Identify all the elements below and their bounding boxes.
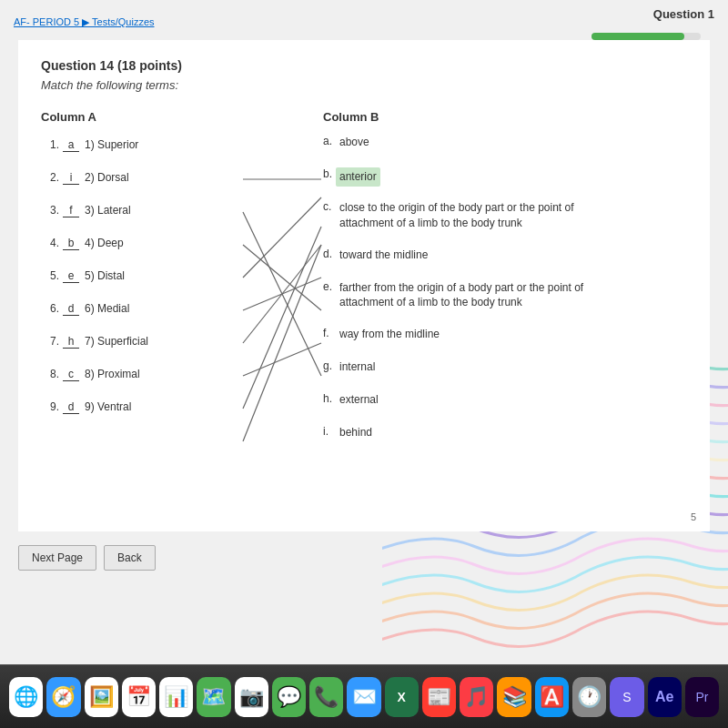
row-num: 7. [41, 335, 59, 348]
progress-bar [592, 33, 701, 40]
term-label: 4) Deep [85, 237, 124, 249]
col-b-item: h. external [323, 392, 687, 412]
photos2-icon[interactable]: 📷 [235, 677, 268, 717]
row-num: 4. [41, 237, 59, 249]
question-number: 14 [100, 58, 115, 73]
page-number: 5 [691, 511, 696, 522]
answer-letter: b [63, 237, 79, 250]
row-num: 2. [41, 171, 59, 184]
col-b-text-highlighted: anterior [336, 167, 380, 187]
row-num: 6. [41, 302, 59, 315]
maps-icon[interactable]: 🗺️ [197, 677, 230, 717]
match-row: 9. d 9) Ventral [41, 397, 250, 417]
appstore-icon[interactable]: 🅰️ [535, 677, 569, 717]
row-num: 5. [41, 269, 59, 282]
column-b: Column B a. above b. anterior [250, 110, 687, 458]
col-b-text: internal [339, 359, 375, 375]
column-a: Column A 1. a 1) Superior 2. i 2) Dorsal [41, 110, 250, 458]
col-b-text: close to the origin of the body part or … [339, 200, 574, 231]
col-b-item: b. anterior [323, 167, 687, 187]
content-area: AF- PERIOD 5 ▶ Tests/Quizzes Question 1 … [0, 0, 728, 571]
term-label: 7) Superficial [85, 335, 148, 348]
col-b-letter: c. [323, 200, 339, 213]
col-b-text: way from the midline [339, 327, 440, 342]
term-label: 2) Dorsal [85, 171, 129, 184]
match-row: 6. d 6) Medial [41, 298, 250, 318]
back-button[interactable]: Back [104, 545, 156, 571]
breadcrumb[interactable]: AF- PERIOD 5 ▶ Tests/Quizzes [0, 9, 728, 35]
term-label: 6) Medial [85, 302, 129, 315]
column-b-header: Column B [323, 110, 687, 124]
col-b-item: e. farther from the origin of a body par… [323, 280, 687, 311]
col-b-text: external [339, 392, 379, 408]
next-page-button[interactable]: Next Page [18, 545, 96, 571]
question-points: 18 [122, 58, 136, 73]
col-b-letter: g. [323, 359, 339, 372]
calendar-icon[interactable]: 📅 [122, 677, 156, 717]
buttons-area: Next Page Back [18, 545, 710, 571]
match-row: 5. e 5) Distal [41, 266, 250, 286]
clock-icon[interactable]: 🕐 [572, 677, 606, 717]
match-row: 7. h 7) Superficial [41, 331, 250, 351]
match-row: 3. f 3) Lateral [41, 200, 250, 220]
col-b-text: toward the midline [339, 248, 428, 263]
answer-letter: i [63, 171, 79, 185]
setapp-icon[interactable]: S [610, 677, 643, 717]
term-label: 1) Superior [85, 138, 138, 151]
match-row: 8. c 8) Proximal [41, 364, 250, 384]
col-b-item: c. close to the origin of the body part … [323, 200, 687, 231]
facetime-icon[interactable]: 📞 [309, 677, 343, 717]
col-b-text: farther from the origin of a body part o… [339, 280, 583, 311]
messages-icon[interactable]: 💬 [272, 677, 306, 717]
answer-letter: d [63, 302, 79, 316]
row-num: 3. [41, 204, 59, 217]
question-header: Question 14 (18 points) [41, 58, 687, 73]
answer-letter: h [63, 335, 79, 349]
col-b-letter: d. [323, 248, 339, 260]
question-label: Question 1 [653, 7, 714, 21]
question-instruction: Match the following terms: [41, 78, 687, 92]
answer-letter: f [63, 204, 79, 217]
safari-icon[interactable]: 🧭 [46, 677, 80, 717]
news-icon[interactable]: 📰 [422, 677, 456, 717]
row-num: 9. [41, 400, 59, 413]
col-b-item: d. toward the midline [323, 248, 687, 268]
main-content: Question 14 (18 points) Match the follow… [18, 40, 710, 531]
col-b-item: f. way from the midline [323, 327, 687, 347]
col-b-letter: f. [323, 327, 339, 339]
term-label: 9) Ventral [85, 400, 131, 413]
match-row: 1. a 1) Superior [41, 135, 250, 155]
after-effects-icon[interactable]: Ae [648, 677, 682, 717]
question-indicator: Question 1 [653, 7, 714, 21]
match-row: 4. b 4) Deep [41, 233, 250, 253]
col-b-text: behind [339, 425, 372, 440]
mail-icon[interactable]: ✉️ [347, 677, 380, 717]
photos-icon[interactable]: 🖼️ [85, 677, 118, 717]
row-num: 8. [41, 368, 59, 380]
col-b-letter: i. [323, 425, 339, 438]
col-b-item: i. behind [323, 425, 687, 445]
screen: .wave { fill: none; stroke-width: 3; opa… [0, 0, 728, 728]
laptop-screen: .wave { fill: none; stroke-width: 3; opa… [0, 0, 728, 664]
dock: 🌐 🧭 🖼️ 📅 📊 🗺️ 📷 💬 📞 ✉️ X 📰 🎵 📚 🅰️ 🕐 S Ae… [0, 664, 728, 728]
col-b-letter: a. [323, 135, 339, 147]
col-b-text: above [339, 135, 369, 150]
row-num: 1. [41, 138, 59, 151]
slides-icon[interactable]: 📊 [159, 677, 193, 717]
answer-letter: a [63, 138, 79, 152]
col-b-letter: h. [323, 392, 339, 405]
answer-letter: e [63, 269, 79, 283]
term-label: 5) Distal [85, 269, 125, 282]
chrome-icon[interactable]: 🌐 [9, 677, 43, 717]
books-icon[interactable]: 📚 [497, 677, 531, 717]
col-b-item: a. above [323, 135, 687, 155]
match-row: 2. i 2) Dorsal [41, 167, 250, 187]
term-label: 3) Lateral [85, 204, 131, 217]
answer-letter: d [63, 400, 79, 414]
col-b-item: g. internal [323, 359, 687, 379]
col-b-letter: e. [323, 280, 339, 293]
music-icon[interactable]: 🎵 [460, 677, 493, 717]
premiere-icon[interactable]: Pr [685, 677, 719, 717]
excel-icon[interactable]: X [385, 677, 419, 717]
term-label: 8) Proximal [85, 368, 140, 380]
